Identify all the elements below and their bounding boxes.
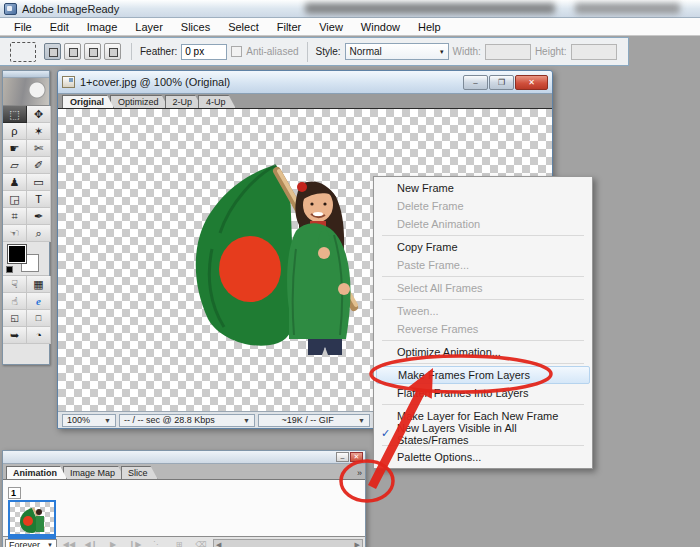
tool-palette-titlebar[interactable] xyxy=(3,71,49,78)
maximize-button[interactable]: ❐ xyxy=(489,75,514,90)
menu-item-flatten-frames-into-layers[interactable]: Flatten Frames Into Layers xyxy=(376,384,590,402)
style-dropdown[interactable]: Normal ▾ xyxy=(345,43,449,60)
document-titlebar[interactable]: 1+cover.jpg @ 100% (Original) ‒ ❐ ✕ xyxy=(58,71,552,93)
menu-layer[interactable]: Layer xyxy=(127,19,171,35)
menu-view[interactable]: View xyxy=(311,19,351,35)
palette-menu-flyout-button[interactable]: » xyxy=(357,468,361,478)
zoom-tool-icon[interactable]: ⌕ xyxy=(27,225,51,242)
menu-edit[interactable]: Edit xyxy=(42,19,77,35)
default-colors-icon[interactable] xyxy=(6,266,13,273)
slice-tool-icon[interactable]: ✄ xyxy=(27,140,51,157)
delete-frame-button[interactable]: ⌫ xyxy=(191,540,211,547)
tab-animation[interactable]: Animation xyxy=(6,466,67,479)
minimize-button[interactable]: ‒ xyxy=(463,75,488,90)
close-button[interactable]: ✕ xyxy=(515,75,548,90)
foreground-color-swatch[interactable] xyxy=(8,245,26,263)
magic-wand-tool-icon[interactable]: ✶ xyxy=(27,123,51,140)
next-frame-button[interactable]: ❙▶ xyxy=(125,540,145,547)
rectangle-tool-icon[interactable]: ▭ xyxy=(27,174,51,191)
tab-image-map[interactable]: Image Map xyxy=(63,466,125,479)
toggle-slices-icon[interactable]: ▦ xyxy=(27,276,51,293)
tab-original[interactable]: Original xyxy=(62,95,114,108)
tween-button[interactable]: ⋱ xyxy=(147,540,167,547)
crop-tool-icon[interactable]: ⌗ xyxy=(3,208,27,225)
menu-item-delete-animation: Delete Animation xyxy=(376,215,590,233)
rectangular-marquee-tool-icon[interactable]: ⬚ xyxy=(3,106,27,123)
menu-item-palette-options[interactable]: Palette Options... xyxy=(376,448,590,466)
toggle-image-maps-icon[interactable]: ☟ xyxy=(3,276,27,293)
preview-document-icon[interactable]: ☝ xyxy=(3,293,27,310)
subtract-selection-button[interactable] xyxy=(84,43,101,60)
menu-item-optimize-animation[interactable]: Optimize Animation... xyxy=(376,343,590,361)
timing-status-dropdown[interactable]: -- / -- sec @ 28.8 Kbps ▼ xyxy=(119,414,255,427)
lasso-tool-icon[interactable]: ρ xyxy=(3,123,27,140)
menu-item-delete-frame: Delete Frame xyxy=(376,197,590,215)
menu-select[interactable]: Select xyxy=(220,19,267,35)
palette-minimize-button[interactable]: ‒ xyxy=(336,452,349,462)
menu-item-make-frames-from-layers[interactable]: Make Frames From Layers xyxy=(376,366,590,384)
imageready-app-icon xyxy=(4,3,17,15)
menu-filter[interactable]: Filter xyxy=(269,19,309,35)
feather-input[interactable] xyxy=(181,44,227,60)
menu-file[interactable]: File xyxy=(6,19,40,35)
menu-help[interactable]: Help xyxy=(410,19,449,35)
marquee-tool-preset-icon[interactable] xyxy=(10,42,36,62)
menu-separator xyxy=(382,404,584,405)
type-tool-icon[interactable]: T xyxy=(27,191,51,208)
play-button[interactable]: ▶ xyxy=(103,540,123,547)
filesize-status-dropdown[interactable]: ~19K / -- GIF ▼ xyxy=(258,414,370,427)
menu-item-copy-frame[interactable]: Copy Frame xyxy=(376,238,590,256)
animation-frames-area: 1 0 sec. ▾ xyxy=(3,479,365,536)
animation-palette-titlebar[interactable]: ‒ ✕ xyxy=(3,451,365,464)
paint-bucket-tool-icon[interactable]: ◲ xyxy=(3,191,27,208)
menu-slices[interactable]: Slices xyxy=(173,19,218,35)
new-selection-button[interactable] xyxy=(44,43,61,60)
brush-tool-icon[interactable]: ✐ xyxy=(27,157,51,174)
app-titlebar: Adobe ImageReady xyxy=(0,0,700,18)
image-map-tool-icon[interactable]: ☛ xyxy=(3,140,27,157)
previous-frame-button[interactable]: ◀❙ xyxy=(81,540,101,547)
tab-slice[interactable]: Slice xyxy=(121,466,158,479)
menu-item-new-layers-visible[interactable]: ✓ New Layers Visible in All States/Frame… xyxy=(376,425,590,443)
new-frame-button[interactable]: ⊞ xyxy=(169,540,189,547)
frames-scrollbar[interactable]: ◀ ▶ xyxy=(213,539,363,547)
rewind-button[interactable]: ◀◀ xyxy=(59,540,79,547)
eyedropper-tool-icon[interactable]: ✒ xyxy=(27,208,51,225)
tab-2up[interactable]: 2-Up xyxy=(165,95,203,108)
selection-mode-buttons xyxy=(44,43,132,60)
hand-tool-icon[interactable]: ☜ xyxy=(3,225,27,242)
menu-separator xyxy=(382,363,584,364)
options-bar: Feather: Anti-aliased Style: Normal ▾ Wi… xyxy=(0,37,629,66)
menu-window[interactable]: Window xyxy=(353,19,408,35)
width-input[interactable] xyxy=(485,44,531,60)
scroll-right-icon[interactable]: ▶ xyxy=(355,541,360,547)
tab-4up[interactable]: 4-Up xyxy=(198,95,236,108)
update-icon[interactable]: ◔ xyxy=(27,327,51,344)
color-swatches xyxy=(3,242,49,276)
palette-close-button[interactable]: ✕ xyxy=(350,452,363,462)
chevron-down-icon: ▼ xyxy=(104,417,111,424)
animation-palette: ‒ ✕ Animation Image Map Slice » 1 0 sec.… xyxy=(2,450,366,547)
eraser-tool-icon[interactable]: ▱ xyxy=(3,157,27,174)
animation-frame-1[interactable]: 1 0 sec. ▾ xyxy=(8,482,60,536)
height-input[interactable] xyxy=(571,44,617,60)
loop-count-dropdown[interactable]: Forever ▼ xyxy=(5,539,57,547)
zoom-level-dropdown[interactable]: 100% ▼ xyxy=(62,414,116,427)
menu-image[interactable]: Image xyxy=(79,19,126,35)
screen-mode-full-icon[interactable]: □ xyxy=(27,310,51,327)
anti-aliased-checkbox[interactable] xyxy=(231,46,242,57)
frame-thumbnail[interactable] xyxy=(8,500,56,536)
chevron-down-icon: ▼ xyxy=(243,417,250,424)
menu-item-new-frame[interactable]: New Frame xyxy=(376,179,590,197)
jump-to-photoshop-icon[interactable]: ➥ xyxy=(3,327,27,344)
preview-in-browser-icon[interactable]: e xyxy=(27,293,51,310)
scroll-left-icon[interactable]: ◀ xyxy=(216,541,221,547)
add-selection-button[interactable] xyxy=(64,43,81,60)
move-tool-icon[interactable]: ✥ xyxy=(27,106,51,123)
document-image-girl-with-flag xyxy=(184,159,366,355)
intersect-selection-button[interactable] xyxy=(104,43,121,60)
tab-optimized[interactable]: Optimized xyxy=(110,95,169,108)
screen-mode-standard-icon[interactable]: ◱ xyxy=(3,310,27,327)
clone-stamp-tool-icon[interactable]: ♟ xyxy=(3,174,27,191)
document-icon xyxy=(62,76,75,88)
